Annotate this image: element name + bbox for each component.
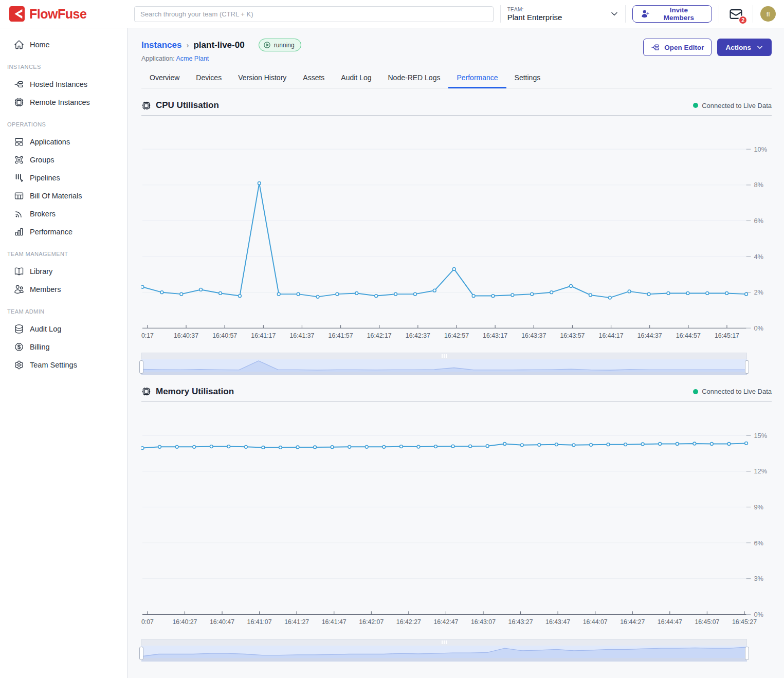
- sidebar-item-library[interactable]: Library: [0, 262, 127, 280]
- memory-line-chart: 0%3%6%9%12%15%0:0716:40:2716:40:4716:41:…: [141, 402, 772, 631]
- flowfuse-logo-icon: [9, 6, 25, 22]
- memory-chart-title: Memory Utilisation: [156, 387, 234, 397]
- cpu-scrubber-rail[interactable]: [141, 353, 747, 359]
- svg-text:15%: 15%: [754, 432, 767, 439]
- svg-text:0%: 0%: [754, 611, 763, 618]
- tab-devices[interactable]: Devices: [188, 68, 230, 88]
- svg-text:16:42:27: 16:42:27: [396, 618, 421, 626]
- tab-assets[interactable]: Assets: [295, 68, 333, 88]
- cpu-live-status-label: Connected to Live Data: [702, 102, 772, 109]
- page-head: Instances › plant-live-00 running Applic…: [141, 39, 772, 62]
- tab-version-history[interactable]: Version History: [230, 68, 295, 88]
- tab-bar: OverviewDevicesVersion HistoryAssetsAudi…: [141, 68, 772, 89]
- status-badge: running: [259, 39, 301, 51]
- groups-icon: [14, 155, 24, 165]
- tab-overview[interactable]: Overview: [141, 68, 188, 88]
- editor-nodes-icon: [651, 43, 660, 52]
- svg-text:0:17: 0:17: [141, 332, 154, 339]
- live-dot-icon: [693, 103, 698, 108]
- svg-text:16:44:27: 16:44:27: [620, 618, 645, 626]
- actions-button[interactable]: Actions: [717, 39, 772, 56]
- tab-node-red-logs[interactable]: Node-RED Logs: [380, 68, 449, 88]
- team-selector[interactable]: TEAM: Plant Enterprise: [507, 7, 618, 22]
- divider: [500, 5, 501, 23]
- flowfuse-logo[interactable]: FlowFuse: [0, 6, 127, 22]
- sidebar-item-pipelines[interactable]: Pipelines: [0, 169, 127, 187]
- play-circle-icon: [263, 41, 271, 49]
- sidebar-item-remote-instances[interactable]: Remote Instances: [0, 93, 127, 111]
- svg-text:16:40:47: 16:40:47: [210, 618, 234, 626]
- svg-text:16:45:07: 16:45:07: [695, 618, 719, 626]
- breadcrumb-instances-link[interactable]: Instances: [141, 40, 181, 50]
- sidebar-item-home[interactable]: Home: [0, 35, 127, 53]
- invite-members-label: Invite Members: [654, 6, 704, 22]
- svg-text:16:44:57: 16:44:57: [676, 332, 701, 339]
- breadcrumb-separator: ›: [186, 41, 189, 49]
- sidebar-section-label: INSTANCES: [0, 53, 127, 75]
- memory-scrubber-preview[interactable]: [141, 646, 747, 658]
- avatar[interactable]: fl: [760, 6, 776, 22]
- cpu-scrubber-left-handle[interactable]: [139, 360, 143, 374]
- sidebar-item-billing[interactable]: Billing: [0, 338, 127, 356]
- top-header: FlowFuse TEAM: Plant Enterprise Invite M…: [0, 0, 784, 28]
- audit-log-icon: [14, 324, 24, 334]
- svg-text:16:42:07: 16:42:07: [359, 618, 384, 626]
- open-editor-label: Open Editor: [664, 44, 704, 51]
- cpu-chart-title: CPU Utilisation: [156, 100, 219, 111]
- sidebar-item-hosted-instances[interactable]: Hosted Instances: [0, 75, 127, 93]
- team-selector-label: TEAM:: [507, 7, 562, 12]
- drag-grip-icon: [442, 640, 447, 644]
- status-badge-label: running: [274, 42, 295, 49]
- svg-text:16:40:27: 16:40:27: [172, 618, 197, 626]
- sidebar-item-applications[interactable]: Applications: [0, 133, 127, 151]
- bill-of-materials-icon: [14, 191, 24, 201]
- svg-text:4%: 4%: [754, 253, 763, 261]
- svg-text:16:43:37: 16:43:37: [521, 332, 546, 339]
- search-input[interactable]: [134, 6, 494, 22]
- sidebar-item-members[interactable]: Members: [0, 280, 127, 298]
- svg-text:16:44:37: 16:44:37: [637, 332, 662, 339]
- logo-text: FlowFuse: [29, 7, 86, 22]
- memory-chart-header: Memory Utilisation Connected to Live Dat…: [141, 387, 772, 402]
- svg-text:16:42:37: 16:42:37: [406, 332, 430, 339]
- sidebar-item-brokers[interactable]: Brokers: [0, 205, 127, 223]
- application-link[interactable]: Acme Plant: [176, 55, 209, 62]
- memory-scrubber-left-handle[interactable]: [139, 647, 143, 660]
- svg-text:16:41:07: 16:41:07: [247, 618, 272, 626]
- team-settings-icon: [14, 360, 24, 370]
- memory-scrubber-rail[interactable]: [141, 639, 747, 646]
- head-buttons: Open Editor Actions: [643, 39, 772, 56]
- cpu-scrubber-right-handle[interactable]: [745, 360, 749, 374]
- sidebar-item-audit-log[interactable]: Audit Log: [0, 320, 127, 338]
- svg-text:16:45:17: 16:45:17: [715, 332, 739, 339]
- svg-text:10%: 10%: [754, 145, 767, 153]
- main-content: Instances › plant-live-00 running Applic…: [127, 0, 784, 678]
- cpu-range-scrubber[interactable]: [141, 353, 747, 375]
- sidebar-item-groups[interactable]: Groups: [0, 151, 127, 169]
- tab-performance[interactable]: Performance: [448, 68, 506, 88]
- cpu-scrubber-preview[interactable]: [141, 359, 747, 372]
- tab-audit-log[interactable]: Audit Log: [333, 68, 379, 88]
- cpu-chart-header: CPU Utilisation Connected to Live Data: [141, 100, 772, 116]
- sidebar-item-performance[interactable]: Performance: [0, 223, 127, 241]
- memory-range-scrubber[interactable]: [141, 639, 747, 662]
- memory-utilisation-section: Memory Utilisation Connected to Live Dat…: [141, 387, 772, 662]
- svg-text:16:40:37: 16:40:37: [174, 332, 198, 339]
- svg-text:3%: 3%: [754, 575, 763, 582]
- library-icon: [14, 266, 24, 277]
- home-icon: [14, 40, 24, 50]
- cpu-chip-icon: [141, 101, 151, 111]
- notifications-button[interactable]: 2: [729, 7, 743, 21]
- svg-text:16:43:57: 16:43:57: [560, 332, 585, 339]
- memory-scrubber-right-handle[interactable]: [745, 647, 749, 660]
- live-dot-icon: [693, 389, 698, 394]
- sidebar-item-bill-of-materials[interactable]: Bill Of Materials: [0, 187, 127, 205]
- memory-live-status: Connected to Live Data: [693, 388, 772, 395]
- tab-settings[interactable]: Settings: [506, 68, 549, 88]
- svg-text:16:45:27: 16:45:27: [732, 618, 757, 626]
- invite-members-button[interactable]: Invite Members: [632, 5, 712, 23]
- open-editor-button[interactable]: Open Editor: [643, 39, 712, 56]
- svg-text:6%: 6%: [754, 217, 763, 225]
- sidebar-item-team-settings[interactable]: Team Settings: [0, 356, 127, 374]
- svg-text:8%: 8%: [754, 181, 763, 189]
